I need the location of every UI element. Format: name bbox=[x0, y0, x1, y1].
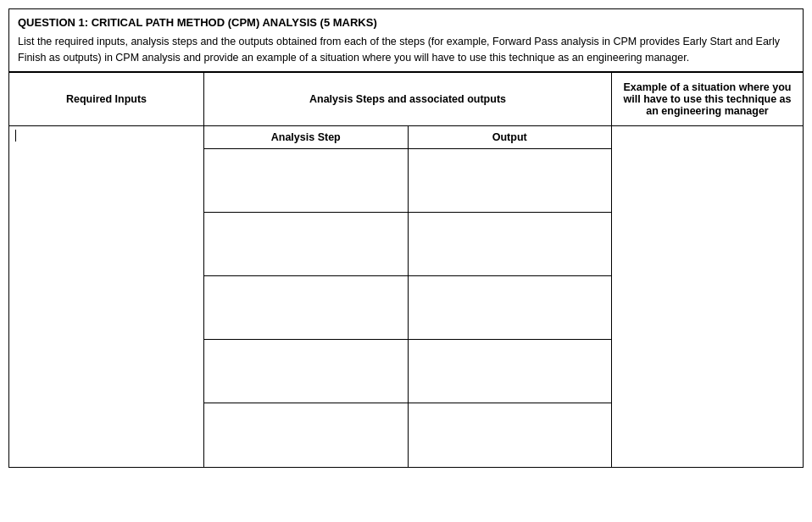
output-cell[interactable] bbox=[409, 340, 612, 403]
question-header: QUESTION 1: CRITICAL PATH METHOD (CPM) A… bbox=[9, 9, 803, 72]
question-title: QUESTION 1: CRITICAL PATH METHOD (CPM) A… bbox=[18, 16, 794, 29]
table-row bbox=[204, 213, 611, 276]
analysis-steps-body: Analysis Step Output bbox=[204, 126, 612, 467]
step-cell[interactable] bbox=[204, 213, 409, 275]
output-cell[interactable] bbox=[409, 403, 612, 467]
example-header: Example of a situation where you will ha… bbox=[612, 73, 803, 125]
table-header-row: Required Inputs Analysis Steps and assoc… bbox=[9, 72, 803, 125]
inner-header-row: Analysis Step Output bbox=[204, 126, 611, 149]
table-row bbox=[204, 276, 611, 340]
output-sub-header: Output bbox=[409, 126, 612, 148]
output-cell[interactable] bbox=[409, 149, 612, 212]
step-cell[interactable] bbox=[204, 403, 409, 467]
content-area: Analysis Step Output bbox=[9, 125, 803, 467]
main-container: QUESTION 1: CRITICAL PATH METHOD (CPM) A… bbox=[8, 8, 804, 468]
required-inputs-cell[interactable] bbox=[9, 126, 203, 467]
table-row bbox=[204, 340, 611, 403]
output-cell[interactable] bbox=[409, 276, 612, 339]
example-body[interactable] bbox=[612, 126, 803, 467]
table-row bbox=[204, 403, 611, 467]
required-inputs-body bbox=[9, 126, 204, 467]
question-description: List the required inputs, analysis steps… bbox=[18, 34, 794, 66]
step-cell[interactable] bbox=[204, 340, 409, 403]
output-cell[interactable] bbox=[409, 213, 612, 275]
analysis-step-sub-header: Analysis Step bbox=[204, 126, 409, 148]
step-cell[interactable] bbox=[204, 276, 409, 339]
table-row bbox=[204, 149, 611, 213]
required-inputs-header: Required Inputs bbox=[9, 73, 204, 125]
step-cell[interactable] bbox=[204, 149, 409, 212]
table-area: Required Inputs Analysis Steps and assoc… bbox=[9, 72, 803, 467]
cursor bbox=[15, 130, 16, 142]
analysis-steps-header: Analysis Steps and associated outputs bbox=[204, 73, 612, 125]
